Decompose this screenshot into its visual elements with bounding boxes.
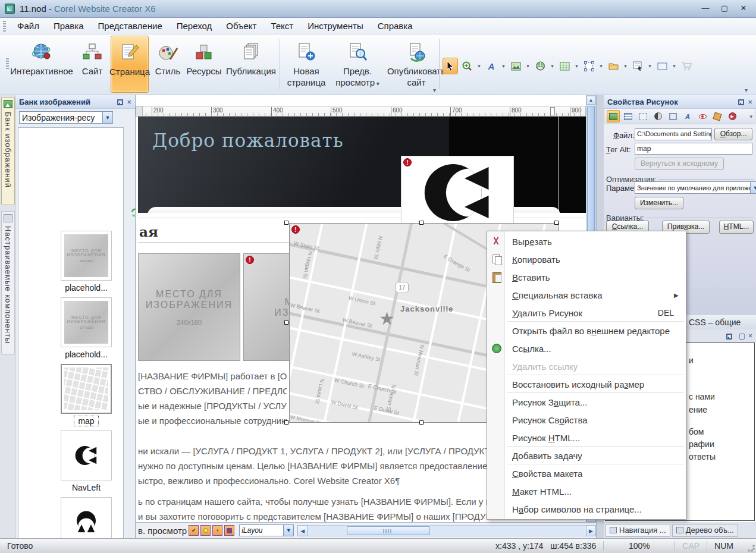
position-props-icon[interactable] [636, 110, 650, 122]
selection-handle[interactable] [284, 420, 288, 425]
dropdown-arrow-icon[interactable]: ▾ [598, 63, 604, 69]
menu-item[interactable]: Представление [91, 18, 170, 33]
form-tool[interactable] [630, 58, 645, 74]
toolbar-button-preview[interactable]: Предв. просмотр ▾ [332, 36, 383, 93]
context-menu-item[interactable]: Макет HTML... ▶ [487, 482, 686, 500]
select-arrow-tool[interactable] [443, 58, 458, 74]
menu-item[interactable]: Инструменты [300, 18, 371, 33]
menu-item[interactable]: Файл [10, 18, 46, 33]
list-item-map[interactable]: map [61, 364, 112, 414]
context-menu-item[interactable]: Ссылка... ▶ [487, 340, 686, 357]
transform-props-icon[interactable] [711, 110, 724, 122]
alt-input[interactable]: map [635, 143, 752, 155]
layout-combo[interactable]: iLayou ▼ [239, 524, 294, 536]
toolbar-overflow-icon[interactable]: ▾ [745, 87, 748, 93]
menu-item[interactable]: Текст [263, 18, 300, 33]
selection-handle[interactable] [419, 420, 424, 425]
context-menu-item[interactable]: Удалить ссылку ▶ [487, 357, 686, 375]
pin-icon[interactable] [726, 333, 732, 340]
tab-navigation[interactable]: Навигация ... [606, 524, 670, 537]
rectangle-tool[interactable] [654, 58, 670, 74]
color-props-icon[interactable] [651, 110, 664, 122]
toggle-marker-icon[interactable] [200, 525, 211, 536]
nav-tree-item[interactable]: ответы [689, 452, 716, 461]
html-button[interactable]: HTML... [719, 221, 754, 234]
context-menu-item[interactable]: Рисунок Свойства ▶ [487, 411, 686, 429]
dropdown-arrow-icon[interactable]: ▾ [476, 63, 482, 69]
rollover-eye-icon[interactable] [696, 110, 709, 122]
context-menu-item[interactable]: Набор символов на странице... ▶ [487, 500, 686, 518]
context-menu-item[interactable]: Свойства макета ▶ [487, 464, 686, 482]
selection-handle[interactable] [284, 221, 288, 225]
cart-tool[interactable] [679, 58, 694, 74]
close-button[interactable]: ✕ [736, 3, 751, 14]
context-menu-item[interactable]: Удалить Рисунок DEL ▶ [487, 304, 686, 322]
page-heading[interactable]: ая [139, 224, 158, 240]
list-item-placeholder2[interactable]: МЕСТО ДЛЯИЗОБРАЖЕНИЯ177x133 placehold... [61, 297, 112, 347]
menu-item[interactable]: Переход [170, 18, 219, 33]
combo-dropdown-icon[interactable]: ▼ [102, 112, 112, 123]
hscroll-left-icon[interactable]: ◀ [297, 525, 308, 536]
toolbar-button-publishing[interactable]: Публикация [225, 36, 277, 93]
image-tool[interactable] [508, 58, 523, 74]
list-item-placeholder1[interactable]: МЕСТО ДЛЯИЗОБРАЖЕНИЯ240x180 placehold... [61, 231, 112, 281]
side-tab-image-bank[interactable]: Банк изображений [1, 97, 15, 205]
zoom-tool[interactable] [459, 58, 475, 74]
image-bank-filter-combo[interactable]: Изображения-ресу ▼ [19, 111, 113, 124]
pin-icon[interactable] [738, 99, 744, 105]
close-icon[interactable]: × [127, 99, 131, 105]
combo-dropdown-icon[interactable]: ▼ [750, 182, 756, 193]
context-menu-item[interactable]: Вырезать ▶ [487, 232, 686, 250]
toolbar-overflow-icon[interactable]: ▾ [749, 114, 752, 120]
maximize-panel-icon[interactable]: ▢ [739, 332, 745, 340]
image-props-icon[interactable] [607, 110, 620, 122]
context-menu-item[interactable]: Открыть файл во внешнем редакторе ▶ [487, 322, 686, 340]
text-tool[interactable]: A [484, 58, 499, 74]
dropdown-arrow-icon[interactable]: ▾ [647, 63, 653, 69]
scroll-up-icon[interactable]: ▲ [586, 96, 595, 105]
hscroll-right-icon[interactable]: ▶ [586, 525, 596, 536]
combo-dropdown-icon[interactable]: ▼ [283, 525, 293, 536]
link-globe-tool[interactable] [532, 58, 548, 74]
maximize-button[interactable]: ▢ [717, 3, 732, 14]
nav-tree-item[interactable]: с нами [689, 392, 715, 401]
media-play-icon[interactable]: ▶ [726, 110, 739, 122]
toolbar-button-assets[interactable]: Ресурсы [186, 36, 222, 93]
welcome-heading[interactable]: Добро пожаловать [152, 130, 344, 151]
toggle-grid-icon[interactable] [224, 525, 234, 536]
toolbar-button-page[interactable]: Страница [111, 36, 149, 93]
preview-tab[interactable]: в. просмотр [138, 526, 187, 536]
body-paragraph-1[interactable]: [НАЗВАНИЕ ФИРМЫ] работает в [ОБЛАСТВО / … [138, 369, 287, 428]
dropdown-arrow-icon[interactable]: ▾ [622, 63, 629, 69]
pin-icon[interactable] [117, 99, 123, 105]
dropdown-arrow-icon[interactable]: ▾ [671, 63, 677, 69]
nav-tree-item[interactable]: ение [689, 405, 707, 414]
menu-item[interactable]: Объект [219, 18, 263, 33]
logo-image[interactable]: ! [401, 156, 514, 230]
context-menu-item[interactable]: Вставить ▶ [487, 268, 686, 286]
tab-object-tree[interactable]: Дерево объ... [672, 524, 738, 537]
toolbar-button-site[interactable]: Сайт [77, 36, 107, 93]
params-combo[interactable]: Значение по умолчанию для приложен ▼ [635, 181, 756, 194]
menu-item[interactable]: Правка [46, 18, 91, 33]
context-menu-item[interactable]: Рисунок HTML... ▶ [487, 429, 686, 447]
text-props-icon[interactable]: A [681, 110, 694, 122]
selection-handle[interactable] [554, 221, 559, 225]
context-menu-item[interactable]: Восстановить исходный размер ▶ [487, 375, 686, 393]
placeholder-image-1[interactable]: МЕСТО ДЛЯИЗОБРАЖЕНИЯ240x180 [138, 253, 240, 361]
folder-tool[interactable] [606, 58, 621, 74]
border-props-icon[interactable] [666, 110, 679, 122]
selection-handle[interactable] [284, 321, 288, 325]
toolbar-button-interactive[interactable]: Интерактивное [8, 36, 75, 93]
context-menu-item[interactable]: Копировать ▶ [487, 250, 686, 268]
revert-button[interactable]: Вернуться к исходному [635, 158, 724, 170]
scrollbar-thumb[interactable] [347, 526, 430, 535]
close-icon[interactable]: × [748, 332, 752, 340]
dropdown-arrow-icon[interactable]: ▾ [500, 63, 507, 69]
toolbar-button-publish-site[interactable]: Опубликовать сайт [385, 36, 447, 93]
context-menu-item[interactable]: Рисунок Защита... ▶ [487, 393, 686, 411]
close-icon[interactable]: × [748, 99, 752, 105]
context-menu-item[interactable]: Добавить задачу ▶ [487, 447, 686, 464]
toolbar-grip[interactable] [3, 21, 6, 32]
toggle-check-icon[interactable]: ✔ [189, 525, 199, 536]
